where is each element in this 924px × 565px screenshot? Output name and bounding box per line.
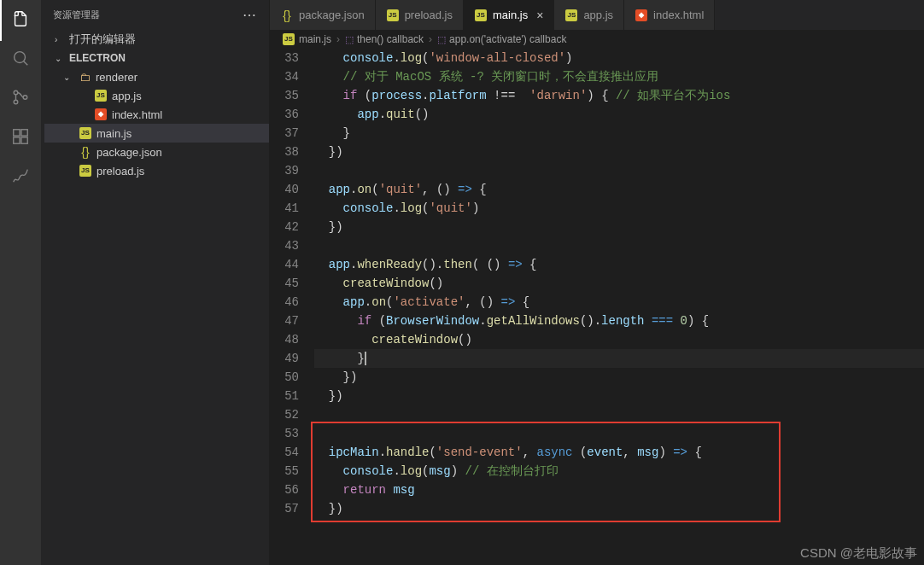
open-editors-label: 打开的编辑器 [69,32,136,47]
file-label: preload.js [96,165,144,178]
tab-label: main.js [493,9,528,21]
code-line[interactable]: ipcMain.handle('send-event', async (even… [314,443,924,462]
open-editors-section[interactable]: › 打开的编辑器 [44,30,269,49]
chevron-right-icon: › [55,35,65,44]
chevron-down-icon: ⌄ [63,73,73,82]
file-main-js[interactable]: JS main.js [44,124,269,143]
js-file-icon: JS [283,33,295,45]
code-line[interactable]: // 对于 MacOS 系统 -? 关闭窗口时，不会直接推出应用 [314,67,924,86]
line-number: 51 [270,387,299,405]
breadcrumb-item[interactable]: app.on('activate') callback [449,33,566,45]
code-editor[interactable]: 3334353637383940414243444546474849505152… [270,49,924,565]
folder-open-icon: 🗀 [78,70,91,84]
folder-name: renderer [96,71,137,84]
svg-point-3 [23,96,27,100]
code-line[interactable]: app.whenReady().then( () => { [314,255,924,274]
line-number: 52 [270,405,299,424]
line-number: 38 [270,143,299,161]
line-number: 53 [270,424,299,443]
tab-app-js[interactable]: JSapp.js× [554,0,624,30]
code-line[interactable]: app.on('quit', () => { [314,180,924,199]
svg-point-2 [14,100,18,104]
breadcrumb-item[interactable]: then() callback [357,33,424,45]
code-line[interactable] [314,236,924,255]
line-number: 54 [270,443,299,462]
line-number: 34 [270,67,299,86]
symbol-method-icon: ⬚ [437,34,446,45]
file-label: main.js [96,127,132,140]
activity-search-icon[interactable] [9,46,32,70]
tab-package-json[interactable]: {}package.json× [270,0,376,30]
code-line[interactable]: app.quit() [314,105,924,124]
tab-preload-js[interactable]: JSpreload.js× [376,0,464,30]
code-line[interactable]: createWindow() [314,274,924,293]
text-cursor [365,352,366,365]
js-file-icon: JS [387,9,399,21]
activity-graph-icon[interactable] [9,164,32,188]
svg-rect-5 [14,137,20,143]
svg-rect-4 [14,130,20,136]
code-line[interactable]: }) [314,499,924,518]
js-file-icon: JS [79,165,91,177]
code-line[interactable]: if (process.platform !== 'darwin') { // … [314,86,924,105]
svg-point-0 [15,52,26,63]
js-file-icon: JS [565,9,577,21]
js-file-icon: JS [475,9,487,21]
code-line[interactable]: createWindow() [314,330,924,349]
js-file-icon: JS [79,127,91,139]
tab-label: index.html [653,9,704,21]
svg-point-1 [14,90,18,95]
tab-index-html[interactable]: ◆index.html× [624,0,715,30]
sidebar-more-icon[interactable]: ⋯ [243,7,257,23]
json-file-icon: {} [79,145,92,159]
chevron-down-icon: ⌄ [55,54,65,63]
editor-tabs: {}package.json×JSpreload.js×JSmain.js×JS… [270,0,924,30]
file-app-js[interactable]: JS app.js [44,86,269,105]
file-preload-js[interactable]: JS preload.js [44,161,269,180]
code-line[interactable]: } [314,124,924,143]
line-number: 45 [270,274,299,293]
line-number: 36 [270,105,299,124]
file-index-html[interactable]: ◆ index.html [44,105,269,124]
code-line[interactable] [314,161,924,180]
code-line[interactable]: }) [314,387,924,405]
breadcrumbs[interactable]: JS main.js›⬚ then() callback›⬚ app.on('a… [270,30,924,49]
code-line[interactable]: console.log(msg) // 在控制台打印 [314,462,924,481]
line-number: 50 [270,368,299,387]
code-line[interactable]: console.log('quit') [314,199,924,218]
code-line[interactable]: if (BrowserWindow.getAllWindows().length… [314,312,924,330]
sidebar-title: 资源管理器 [53,9,100,21]
code-line[interactable]: } [314,349,924,368]
line-number: 49 [270,349,299,368]
file-label: index.html [112,108,162,121]
line-number: 41 [270,199,299,218]
line-number: 46 [270,293,299,312]
file-package-json[interactable]: {} package.json [44,143,269,161]
root-folder[interactable]: ⌄ ELECTRON [44,49,269,67]
html-file-icon: ◆ [635,9,647,21]
code-line[interactable]: return msg [314,481,924,499]
activity-scm-icon[interactable] [9,85,32,109]
js-file-icon: JS [95,90,107,102]
code-line[interactable]: console.log('window-all-closed') [314,49,924,67]
folder-renderer[interactable]: ⌄ 🗀 renderer [44,67,269,86]
tab-label: preload.js [405,9,453,21]
activity-explorer-icon[interactable] [9,7,32,31]
close-icon[interactable]: × [536,9,543,22]
html-file-icon: ◆ [95,108,107,120]
line-number: 48 [270,330,299,349]
line-number: 37 [270,124,299,143]
code-line[interactable] [314,405,924,424]
code-line[interactable]: }) [314,368,924,387]
activity-extensions-icon[interactable] [9,125,32,149]
code-line[interactable] [314,424,924,443]
code-line[interactable]: app.on('activate', () => { [314,293,924,312]
tab-main-js[interactable]: JSmain.js× [464,0,554,30]
file-label: app.js [112,90,142,102]
file-label: package.json [96,146,162,159]
breadcrumb-item[interactable]: main.js [299,33,331,45]
code-line[interactable]: }) [314,218,924,236]
line-number: 35 [270,86,299,105]
code-line[interactable]: }) [314,143,924,161]
line-number: 47 [270,312,299,330]
